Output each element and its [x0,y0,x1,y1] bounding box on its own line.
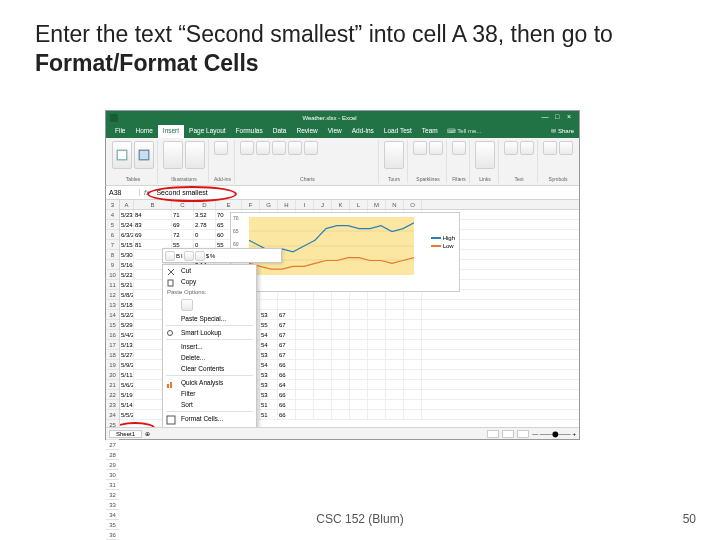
row-header[interactable]: 29 [106,460,119,470]
row-header[interactable]: 11 [106,280,119,290]
cell[interactable] [296,390,314,399]
shapes-icon[interactable] [185,141,205,169]
row-header[interactable]: 21 [106,380,119,390]
tab-team[interactable]: Team [417,125,443,138]
row-header[interactable]: 15 [106,320,119,330]
col-header[interactable]: J [314,200,332,209]
cell[interactable]: 51 [260,410,278,419]
row-header[interactable]: 28 [106,450,119,460]
cell[interactable] [314,330,332,339]
row-header[interactable]: 23 [106,400,119,410]
table-icon[interactable] [134,141,154,169]
cell[interactable]: 72 [172,230,194,239]
cell[interactable] [332,360,350,369]
ctx-format-cells[interactable]: Format Cells... [163,413,256,424]
cell[interactable] [350,370,368,379]
cell[interactable]: 5/8/2 [120,290,134,299]
cell[interactable] [296,360,314,369]
cell[interactable] [332,320,350,329]
row-header[interactable]: 33 [106,500,119,510]
cell[interactable] [296,370,314,379]
row-header[interactable]: 9 [106,260,119,270]
cell[interactable]: 67 [278,310,296,319]
cell[interactable] [296,320,314,329]
row-header[interactable]: 31 [106,480,119,490]
row-header[interactable]: 16 [106,330,119,340]
col-header[interactable]: C [172,200,194,209]
hyperlink-icon[interactable] [475,141,495,169]
cell[interactable] [368,340,386,349]
cell[interactable] [386,340,404,349]
cell[interactable]: 5/4/2 [120,330,134,339]
cell[interactable]: 5/19/ [120,390,134,399]
col-header[interactable]: N [386,200,404,209]
tab-page-layout[interactable]: Page Layout [184,125,231,138]
paste-option-icon[interactable] [181,299,193,311]
normal-view-button[interactable] [487,430,499,438]
col-header[interactable]: F [242,200,260,209]
maximize-button[interactable]: □ [551,113,563,123]
sheet-tab[interactable]: Sheet1 [109,430,142,438]
cell[interactable] [368,390,386,399]
col-header[interactable]: K [332,200,350,209]
cell[interactable]: 5/16/ [120,260,134,269]
ctx-sort[interactable]: Sort [163,399,256,410]
cell[interactable]: 3.52 [194,210,216,219]
row-header[interactable]: 13 [106,300,119,310]
cell[interactable] [404,340,422,349]
cell[interactable] [260,300,278,309]
cell[interactable] [314,300,332,309]
cells-area[interactable]: High Low 70 65 60 55 50 B I [120,210,579,427]
cell[interactable] [386,310,404,319]
cell[interactable]: 53 [260,390,278,399]
cell[interactable] [368,320,386,329]
cell[interactable] [368,380,386,389]
row-header[interactable]: 24 [106,410,119,420]
scatter-chart-icon[interactable] [304,141,318,155]
row-header[interactable]: 18 [106,350,119,360]
row-header[interactable]: 6 [106,230,119,240]
col-header[interactable]: B [134,200,172,209]
col-header[interactable]: H [278,200,296,209]
mini-currency[interactable]: $ [206,253,209,259]
cell[interactable] [350,350,368,359]
tab-formulas[interactable]: Formulas [231,125,268,138]
cell[interactable] [332,400,350,409]
cell[interactable]: 66 [278,400,296,409]
cell[interactable] [350,300,368,309]
row-header[interactable]: 5 [106,220,119,230]
row-header[interactable]: 17 [106,340,119,350]
row-header[interactable]: 8 [106,250,119,260]
sparkline-icon[interactable] [413,141,427,155]
tell-me-box[interactable]: ⌨ Tell me... [443,125,547,138]
cell[interactable] [314,410,332,419]
cell[interactable] [386,370,404,379]
cell[interactable] [332,390,350,399]
cell[interactable] [404,410,422,419]
cell[interactable] [296,350,314,359]
cell[interactable]: 5/24/2016 [120,220,134,229]
cell[interactable]: 5/15/2016 [120,240,134,249]
tab-file[interactable]: File [110,125,130,138]
cell[interactable]: 51 [260,400,278,409]
cell[interactable] [386,320,404,329]
cell[interactable] [314,400,332,409]
cell[interactable] [368,410,386,419]
ctx-delete[interactable]: Delete... [163,352,256,363]
cell[interactable]: 69 [134,230,172,239]
cell[interactable] [296,330,314,339]
mini-percent[interactable]: % [210,253,215,259]
cell[interactable] [386,350,404,359]
tab-data[interactable]: Data [268,125,292,138]
cell[interactable] [332,330,350,339]
cell[interactable]: 67 [278,340,296,349]
page-break-button[interactable] [517,430,529,438]
cell[interactable]: 5/27/ [120,350,134,359]
cell[interactable]: 84 [134,210,172,219]
tab-addins[interactable]: Add-ins [347,125,379,138]
pictures-icon[interactable] [163,141,183,169]
cell[interactable] [368,310,386,319]
row-header[interactable]: 12 [106,290,119,300]
cell[interactable] [314,390,332,399]
cell[interactable] [404,390,422,399]
